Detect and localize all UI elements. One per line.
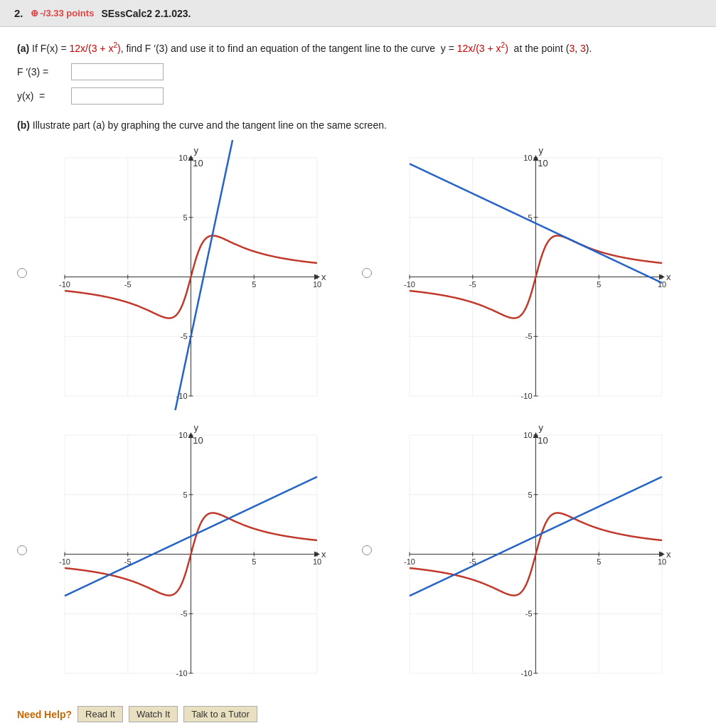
yx-row: y(x) = <box>17 87 699 105</box>
part-a-label: (a) <box>17 43 29 54</box>
fp3-label: F ′(3) = <box>17 66 67 77</box>
graph-item-1 <box>17 140 355 410</box>
part-a-section: (a) If F(x) = 12x/(3 + x2), find F ′(3) … <box>17 40 699 105</box>
radio-4[interactable] <box>362 545 372 555</box>
graph-canvas-3 <box>33 417 331 687</box>
problem-header: 2. ⊕ -/3.33 points SEssCalc2 2.1.023. <box>0 0 716 27</box>
footer-help: Need Help? Read It Watch It Talk to a Tu… <box>17 700 699 728</box>
graph-canvas-2 <box>378 140 676 410</box>
graphs-grid <box>17 140 699 687</box>
plus-icon: ⊕ <box>31 8 38 18</box>
graph-canvas-4 <box>378 417 676 687</box>
yx-label: y(x) = <box>17 90 67 102</box>
fp3-input[interactable] <box>71 63 164 80</box>
points-display: ⊕ -/3.33 points <box>31 8 95 18</box>
talk-to-tutor-button[interactable]: Talk to a Tutor <box>183 706 257 722</box>
point-x: 3 <box>569 43 575 54</box>
formula-fx: 12x/(3 + x2) <box>70 43 121 54</box>
read-it-button[interactable]: Read It <box>78 706 123 722</box>
problem-code: SEssCalc2 2.1.023. <box>101 8 191 19</box>
formula-y: 12x/(3 + x2) <box>457 43 508 54</box>
graph-canvas-1 <box>33 140 331 410</box>
radio-1[interactable] <box>17 268 27 278</box>
yx-input[interactable] <box>71 87 164 105</box>
point-y: 3 <box>580 43 586 54</box>
fp3-row: F ′(3) = <box>17 63 699 80</box>
content-area: (a) If F(x) = 12x/(3 + x2), find F ′(3) … <box>0 27 716 728</box>
part-b-text: (b) Illustrate part (a) by graphing the … <box>17 117 699 133</box>
part-b-section: (b) Illustrate part (a) by graphing the … <box>17 117 699 687</box>
radio-2[interactable] <box>362 268 372 278</box>
graph-item-4 <box>362 417 700 687</box>
watch-it-button[interactable]: Watch It <box>129 706 178 722</box>
graph-item-3 <box>17 417 355 687</box>
radio-3[interactable] <box>17 545 27 555</box>
question-number: 2. <box>14 7 23 19</box>
part-b-label: (b) <box>17 119 30 131</box>
need-help-label: Need Help? <box>17 709 72 720</box>
part-a-text: (a) If F(x) = 12x/(3 + x2), find F ′(3) … <box>17 40 699 56</box>
graph-item-2 <box>362 140 700 410</box>
